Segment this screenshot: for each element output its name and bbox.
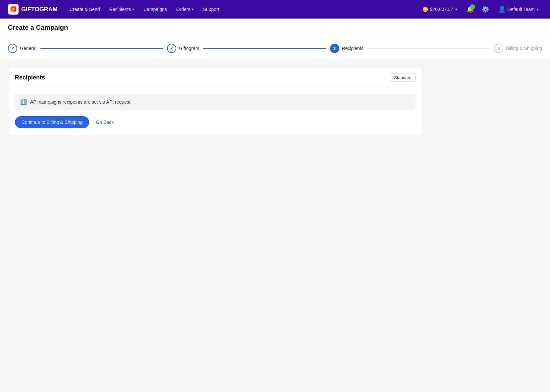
nav-links: Create & Send Recipients ▾ Campaigns Ord… [66,4,416,15]
step-general-circle: ✓ [8,44,17,53]
wallet-button[interactable]: 🪙 $20,607.37 ▾ [419,5,461,14]
card-title: Recipients [15,74,45,81]
gear-icon: ⚙️ [482,6,489,13]
connector-2 [203,48,326,49]
step-general-label: General [20,46,36,51]
notification-button[interactable]: 🔔 6 [465,4,476,15]
continue-billing-button[interactable]: Continue to Billing & Shipping [15,116,89,128]
step-recipients: 3 Recipients [330,44,363,53]
nav-campaigns[interactable]: Campaigns [139,4,171,15]
actions: Continue to Billing & Shipping Go Back [15,116,416,128]
info-box: ℹ️ API campaigns recipients are set via … [15,94,416,110]
step-general: ✓ General [8,44,36,53]
step-billing-circle: 4 [494,44,503,53]
nav-right: 🪙 $20,607.37 ▾ 🔔 6 ⚙️ 👤 Default Team ▾ [419,4,542,15]
team-name: Default Team [508,7,535,12]
nav-support[interactable]: Support [199,4,223,15]
step-billing: 4 Billing & Shipping [494,44,542,53]
standard-badge: Standard [390,74,416,82]
navbar: 🎁 GIFTOGRAM Create & Send Recipients ▾ C… [0,0,550,19]
orders-chevron-icon: ▾ [192,7,194,12]
user-icon: 👤 [498,6,506,13]
recipients-chevron-icon: ▾ [132,7,134,12]
wallet-amount: $20,607.37 [430,7,453,12]
go-back-button[interactable]: Go Back [94,116,115,128]
step-billing-label: Billing & Shipping [506,46,542,51]
step-giftogram: ✓ Giftogram [167,44,199,53]
card-body: ℹ️ API campaigns recipients are set via … [8,87,422,135]
nav-orders[interactable]: Orders ▾ [172,4,198,15]
brand-name: GIFTOGRAM [21,6,58,13]
team-chevron-icon: ▾ [537,7,539,12]
brand-logo[interactable]: 🎁 GIFTOGRAM [8,4,58,15]
step-giftogram-circle: ✓ [167,44,176,53]
info-message: API campaigns recipients are set via API… [30,99,131,105]
settings-button[interactable]: ⚙️ [480,4,491,15]
connector-1 [40,48,163,49]
user-team-button[interactable]: 👤 Default Team ▾ [495,4,542,15]
page-header: Create a Campaign [0,19,550,37]
main-content: Recipients Standard ℹ️ API campaigns rec… [0,60,431,143]
step-recipients-circle: 3 [330,44,339,53]
nav-create-send[interactable]: Create & Send [66,4,104,15]
info-icon: ℹ️ [20,99,27,105]
card-header: Recipients Standard [8,68,422,87]
step-giftogram-label: Giftogram [179,46,199,51]
brand-icon: 🎁 [8,4,19,15]
recipients-card: Recipients Standard ℹ️ API campaigns rec… [8,68,423,135]
page-title: Create a Campaign [8,24,542,31]
nav-recipients[interactable]: Recipients ▾ [105,4,138,15]
connector-3 [367,48,490,49]
stepper: ✓ General ✓ Giftogram 3 Recipients 4 Bil… [0,37,550,60]
wallet-chevron-icon: ▾ [455,7,457,12]
wallet-icon: 🪙 [422,7,428,12]
notification-badge: 6 [470,4,475,10]
step-recipients-label: Recipients [342,46,363,51]
